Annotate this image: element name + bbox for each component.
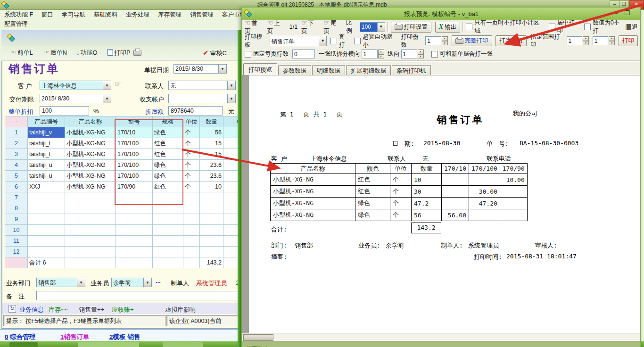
grid-cell[interactable] <box>153 236 183 247</box>
grid-cell[interactable] <box>183 203 200 214</box>
tab-barcode-printer[interactable]: 条码打印机 <box>392 65 431 75</box>
grid-cell[interactable] <box>153 247 183 257</box>
printer-icon[interactable] <box>133 50 143 57</box>
grid-cell[interactable] <box>223 225 240 236</box>
grid-cell[interactable] <box>65 225 116 236</box>
scrollbar-thumb[interactable] <box>243 334 273 341</box>
menu-inventory[interactable]: 库存管理 <box>154 11 186 19</box>
grid-cell[interactable]: 个 <box>183 138 200 149</box>
tab-print-preview[interactable]: 打印预览 <box>243 63 277 75</box>
split-v-stepper[interactable]: ▲▼ <box>418 50 424 58</box>
menu-system[interactable]: 系统功能 F <box>0 11 37 19</box>
range-to-input[interactable]: 1 <box>593 36 608 45</box>
account-select[interactable]: ▼ <box>168 94 236 103</box>
exit-button[interactable]: 退 <box>626 23 638 31</box>
zero-noprint-checkbox[interactable] <box>584 24 591 30</box>
grid-cell[interactable] <box>200 214 223 225</box>
fixed-rows-input[interactable]: 0 <box>292 50 315 58</box>
grid-cell[interactable]: 62 <box>223 127 240 138</box>
audit-button[interactable]: ✔审核C <box>203 49 227 58</box>
grid-cell[interactable]: 红色 <box>153 149 183 160</box>
grid-cell[interactable] <box>65 236 116 247</box>
grid-cell[interactable] <box>28 236 65 247</box>
row-number[interactable]: 4 <box>5 160 28 171</box>
grid-cell[interactable] <box>223 236 240 247</box>
grid-cell[interactable] <box>28 214 65 225</box>
grid-cell[interactable] <box>223 203 240 214</box>
grid-cell[interactable]: 62 <box>223 138 240 149</box>
tab-sales-order[interactable]: 1销售订单 <box>60 333 90 341</box>
grid-cell[interactable]: taishiji_u <box>28 171 65 182</box>
grid-cell[interactable]: 170/100 <box>116 171 153 182</box>
template-select[interactable]: 销售订单 ▼ <box>270 36 327 46</box>
preview-minimize-button[interactable]: – <box>611 9 620 17</box>
next-page-button[interactable]: ☞下页 <box>301 19 320 35</box>
row-number[interactable]: 11 <box>5 236 28 247</box>
grid-cell[interactable]: 170/90 <box>116 182 153 192</box>
discount-input[interactable]: 100 <box>40 106 89 116</box>
menu-business[interactable]: 业务处理 <box>122 11 154 19</box>
row-number[interactable]: 10 <box>5 225 28 236</box>
grid-cell[interactable]: 10 <box>200 182 223 192</box>
grid-cell[interactable] <box>200 247 223 257</box>
grid-cell[interactable]: 62 <box>223 149 240 160</box>
split-h-input[interactable]: 1 <box>362 50 378 58</box>
salesman-select[interactable]: 余学前▼ <box>111 278 152 287</box>
function-button[interactable]: ↓功能O <box>76 49 98 57</box>
taskbar-icon[interactable] <box>163 342 203 347</box>
grid-cell[interactable]: taishiji_t <box>28 149 65 160</box>
row-number[interactable]: 2 <box>5 138 28 149</box>
row-number[interactable]: 7 <box>5 192 28 203</box>
grid-cell[interactable] <box>223 192 240 203</box>
merge-print-checkbox[interactable] <box>431 51 438 58</box>
prev-doc-button[interactable]: ☜前单L <box>10 49 33 57</box>
grid-cell[interactable]: 15 <box>200 149 223 160</box>
grid-cell[interactable] <box>28 203 65 214</box>
grid-cell[interactable]: 红色 <box>153 182 183 192</box>
grid-cell[interactable] <box>183 192 200 203</box>
grid-cell[interactable]: 23.6 <box>200 160 223 171</box>
menu-basic-data[interactable]: 基础资料 <box>90 11 122 19</box>
pointer-hand-icon[interactable]: ☞ <box>115 80 121 88</box>
export-button[interactable]: X输出 <box>435 22 460 33</box>
refresh-icon[interactable]: ↻ <box>8 305 16 313</box>
print-button[interactable]: 打印 <box>619 35 638 46</box>
grid-cell[interactable]: 170/10 <box>116 127 153 138</box>
grid-cell[interactable]: 小型机-XG-NG <box>65 138 116 149</box>
grid-cell[interactable] <box>116 192 153 203</box>
skip-subtotal-checkbox[interactable] <box>466 24 472 30</box>
range-to-stepper[interactable]: ▲▼ <box>609 36 615 45</box>
grid-cell[interactable]: 个 <box>183 182 200 192</box>
scale-select[interactable]: 100 ▼ <box>360 22 385 32</box>
center-print-checkbox[interactable] <box>549 24 555 30</box>
grid-cell[interactable]: 个 <box>183 160 200 171</box>
taskbar-icon[interactable] <box>9 342 38 347</box>
grid-cell[interactable]: 56 <box>200 127 223 138</box>
grid-cell[interactable]: 170/100 <box>116 138 153 149</box>
menu-sales[interactable]: 销售管理 <box>186 11 218 19</box>
prev-page-button[interactable]: ☜上页 <box>267 19 285 35</box>
grid-cell[interactable]: 62 <box>223 171 240 182</box>
grid-cell[interactable] <box>200 225 223 236</box>
tab-parameter-data[interactable]: 参数数据 <box>278 65 311 75</box>
row-number[interactable]: 1 <box>5 127 28 138</box>
grid-cell[interactable] <box>153 192 183 203</box>
grid-cell[interactable] <box>200 192 223 203</box>
business-info-link[interactable]: 业务信息 <box>19 306 44 314</box>
range-from-stepper[interactable]: ▲▼ <box>583 36 589 45</box>
grid-cell[interactable] <box>116 203 153 214</box>
grid-cell[interactable]: taishiji_t <box>28 138 65 149</box>
grid-cell[interactable]: 个 <box>183 171 200 182</box>
grid-cell[interactable]: 小型机-XG-NG <box>65 171 116 182</box>
full-print-button[interactable]: 完整打印 <box>452 35 492 46</box>
grid-cell[interactable]: 15 <box>200 138 223 149</box>
copies-stepper[interactable]: ▲▼ <box>442 36 448 45</box>
grid-cell[interactable]: 小型机-XG-NG <box>65 149 116 160</box>
grid-cell[interactable]: 红色 <box>153 138 183 149</box>
grid-cell[interactable] <box>223 247 240 257</box>
grid-cell-selected[interactable]: taishiji_v <box>28 127 65 138</box>
grid-cell[interactable] <box>200 236 223 247</box>
row-number[interactable]: 5 <box>5 171 28 182</box>
row-number[interactable]: 8 <box>5 203 28 214</box>
menu-window[interactable]: 窗口 <box>37 11 58 19</box>
